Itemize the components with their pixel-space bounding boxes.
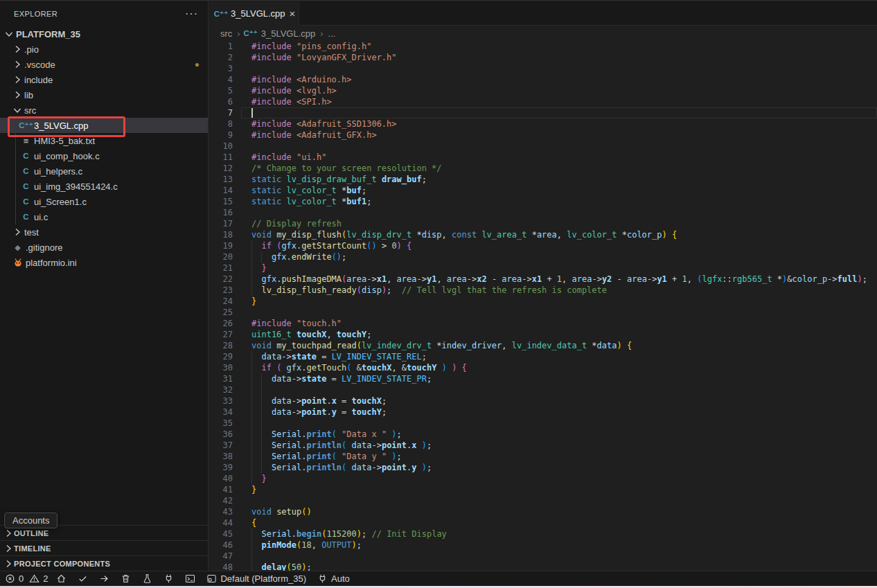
tree-item-platformio.ini[interactable]: platformio.ini (0, 255, 208, 270)
breadcrumb-item[interactable]: ... (328, 28, 336, 39)
code-token: - (612, 274, 627, 285)
line-number: 5 (209, 85, 233, 96)
statusbar-pio-env[interactable]: Default (Platform_35) (201, 571, 312, 586)
line-number: 42 (209, 495, 233, 506)
tree-item-3_5LVGL.cpp[interactable]: C⁺⁺3_5LVGL.cpp (0, 118, 208, 133)
code-token: + (542, 274, 557, 285)
more-actions-icon[interactable]: ··· (185, 8, 198, 20)
breadcrumb-item[interactable]: 3_5LVGL.cpp (261, 28, 316, 39)
statusbar-monitor-port[interactable]: Auto (312, 571, 355, 586)
code-line-23: 23 lv_disp_flush_ready(disp); // Tell lv… (209, 285, 877, 296)
code-token: full (838, 274, 858, 285)
code-token: * (587, 340, 596, 351)
code-token: Serial (261, 528, 291, 540)
code-line-13: 13static lv_disp_draw_buf_t draw_buf; (209, 174, 877, 185)
code-token: ; (397, 429, 402, 440)
tree-item-include[interactable]: include (0, 72, 208, 87)
breadcrumb: src›C⁺⁺3_5LVGL.cpp›... (209, 26, 877, 41)
code-token: = (317, 351, 332, 362)
tree-item-test[interactable]: test (0, 224, 208, 240)
code-token: data (352, 462, 372, 473)
statusbar-pio-test[interactable] (136, 571, 158, 586)
code-token: ( (342, 462, 346, 473)
code-token: print (307, 451, 332, 462)
code-token: getStartCount (301, 240, 366, 251)
tree-item-.vscode[interactable]: .vscode● (0, 57, 208, 72)
statusbar-warnings[interactable]: 2 (26, 571, 51, 586)
panel-timeline[interactable]: TIMELINE (0, 540, 208, 555)
code-area[interactable]: 1#include "pins_config.h"2#include "Lovy… (209, 41, 877, 571)
home-icon (56, 573, 67, 584)
tree-item-ui_Screen1.c[interactable]: Cui_Screen1.c (0, 194, 208, 209)
code-token: ) (391, 429, 396, 440)
code-token: ) (857, 274, 862, 285)
code-token: disp (422, 229, 442, 240)
code-token: ; (357, 540, 362, 551)
tree-item-lib[interactable]: lib (0, 87, 208, 103)
breadcrumb-item[interactable]: src (220, 28, 232, 39)
code-token: . (301, 440, 306, 451)
statusbar-pio-serial-monitor[interactable] (158, 571, 179, 586)
close-icon[interactable]: × (290, 8, 296, 19)
tree-item-label: ui_helpers.c (34, 166, 82, 177)
code-token: ; (422, 174, 427, 185)
statusbar-pio-clean[interactable] (115, 571, 136, 586)
statusbar-errors[interactable]: 0 (2, 571, 26, 586)
indent-guide (251, 473, 252, 484)
statusbar-label: Auto (331, 573, 350, 584)
code-token: ) (422, 440, 427, 451)
tree-item-ui_img_394551424.c[interactable]: Cui_img_394551424.c (0, 179, 208, 194)
tree-item-.gitignore[interactable]: ◆.gitignore (0, 240, 208, 255)
tree-item-.pio[interactable]: .pio (0, 42, 208, 57)
tree-item-label: 3_5LVGL.cpp (34, 121, 89, 131)
error-icon (5, 573, 15, 584)
code-line-14: 14static lv_color_t *buf; (209, 185, 877, 196)
line-number: 20 (209, 251, 233, 262)
code-token: lv_disp_draw_buf_t (287, 174, 377, 185)
code-token: lv_indev_drv_t (362, 340, 432, 351)
statusbar-pio-terminal[interactable] (179, 571, 201, 586)
arrow-right-icon (99, 573, 109, 584)
statusbar-label: 2 (43, 573, 48, 584)
code-token: void (251, 340, 272, 351)
indent-guide (15, 209, 16, 224)
line-number: 31 (209, 373, 233, 384)
code-token (272, 229, 276, 240)
code-token: { (462, 362, 467, 373)
tab-3_5LVGL.cpp[interactable]: C⁺⁺ 3_5LVGL.cpp × (209, 1, 299, 26)
code-token: ( (276, 362, 281, 373)
statusbar-pio-upload[interactable] (94, 571, 115, 586)
code-token: // Init Display (371, 528, 446, 540)
tree-item-PLATFORM_35[interactable]: PLATFORM_35 (0, 26, 208, 42)
code-line-22: 22 gfx.pushImageDMA(area->x1, area->y1, … (209, 274, 877, 285)
code-token (281, 196, 286, 207)
tree-item-src[interactable]: src (0, 103, 208, 118)
code-token (436, 362, 441, 373)
statusbar-pio-build[interactable] (72, 571, 94, 586)
tree-item-HMI3-5_bak.txt[interactable]: ≡HMI3-5_bak.txt (0, 133, 208, 148)
indent-guide (251, 440, 252, 451)
line-number: 16 (209, 207, 233, 218)
code-line-7: 7 (209, 107, 877, 118)
chevron-right-icon (2, 558, 14, 569)
code-token: #include (251, 318, 292, 329)
code-token (281, 362, 286, 373)
code-token: static (251, 174, 281, 185)
line-number: 43 (209, 506, 233, 517)
code-token: lv_disp_flush_ready (261, 285, 356, 296)
tree-item-ui.c[interactable]: Cui.c (0, 209, 208, 224)
statusbar-pio-home[interactable] (51, 571, 72, 586)
tree-item-ui_comp_hook.c[interactable]: Cui_comp_hook.c (0, 148, 208, 163)
code-token (377, 174, 382, 185)
code-token: ) (397, 240, 402, 251)
panel-project-components[interactable]: PROJECT COMPONENTS (0, 555, 208, 571)
code-token: pinMode (261, 540, 296, 551)
code-line-15: 15static lv_color_t *buf1; (209, 196, 877, 207)
chevron-right-icon (11, 44, 23, 55)
code-token (281, 185, 286, 196)
line-number: 33 (209, 395, 233, 407)
tree-item-ui_helpers.c[interactable]: Cui_helpers.c (0, 163, 208, 179)
chevron-down-icon (11, 105, 23, 116)
tree-item-label: ui_img_394551424.c (34, 181, 118, 192)
breadcrumb-separator-icon: › (237, 28, 240, 39)
